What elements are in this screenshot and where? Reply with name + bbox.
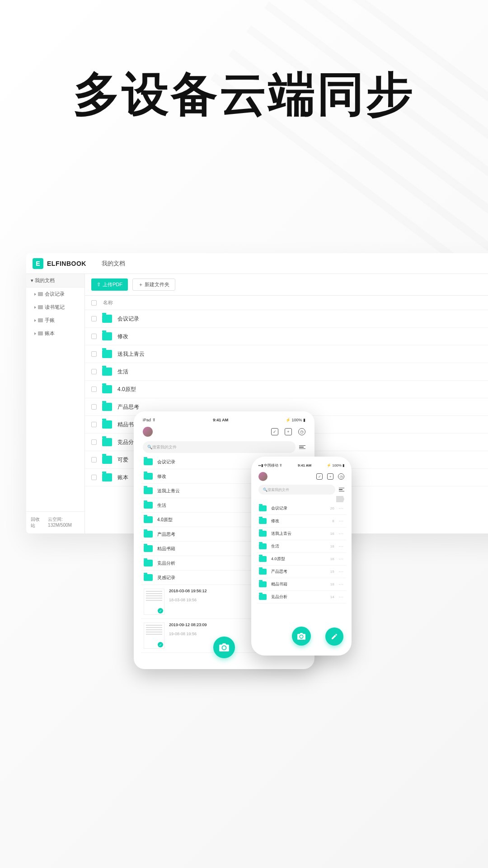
more-icon[interactable]: ··· (339, 582, 344, 587)
edit-fab[interactable] (325, 627, 343, 646)
add-icon[interactable]: + (327, 473, 333, 480)
folder-icon (102, 332, 112, 340)
check-icon[interactable]: ✓ (316, 473, 323, 480)
menu-icon[interactable] (299, 445, 305, 449)
list-item[interactable]: 产品思考15··· (257, 566, 346, 578)
list-item[interactable]: 竞品分析14··· (257, 591, 346, 604)
sidebar-item[interactable]: 手账 (26, 314, 84, 327)
row-checkbox[interactable] (91, 439, 97, 445)
sidebar-item[interactable]: 读书笔记 (26, 301, 84, 314)
document-thumbnail-icon (144, 589, 164, 615)
sidebar-item[interactable]: 会议记录 (26, 288, 84, 301)
search-input[interactable]: 🔍 搜索我的文件 (143, 441, 296, 453)
list-item[interactable]: 送我上青云16··· (257, 528, 346, 540)
folder-name: 可爱 (117, 456, 128, 464)
table-row[interactable]: 生活2019-8-23 12:01:23 (85, 363, 488, 381)
check-icon[interactable]: ✓ (271, 428, 278, 435)
add-icon[interactable]: + (285, 428, 292, 435)
folder-icon (102, 438, 112, 446)
folder-name: 修改 (271, 518, 279, 524)
row-checkbox[interactable] (91, 387, 97, 392)
row-checkbox[interactable] (91, 404, 97, 410)
document-title: 2019-09-12 08:23:09 (169, 623, 207, 627)
more-icon[interactable]: ··· (339, 594, 344, 599)
app-titlebar: E ELFINBOOK 我的文档 (26, 253, 488, 274)
select-all-checkbox[interactable] (91, 300, 97, 306)
table-row[interactable]: 送我上青云2019-8-23 12:01:23 (85, 345, 488, 363)
folder-icon (38, 318, 43, 322)
item-count: 8 (332, 519, 334, 523)
folder-icon (259, 518, 267, 524)
brand-logo-icon: E (33, 258, 43, 269)
trash-link[interactable]: 回收站 (31, 516, 42, 529)
folder-icon (144, 516, 153, 523)
sidebar-item[interactable]: 账本 (26, 327, 84, 340)
folder-name: 精品书籍 (157, 546, 175, 552)
document-thumbnail-icon (144, 623, 164, 649)
folder-icon (259, 594, 267, 600)
camera-fab[interactable] (292, 627, 311, 646)
document-subtitle: 18-03-08 19:56 (169, 598, 207, 602)
folder-icon (102, 473, 112, 481)
status-carrier: ▪▪▮ 中国移动 ⥣ (258, 463, 282, 468)
row-checkbox[interactable] (91, 351, 97, 357)
status-clock: 9:41 AM (298, 463, 311, 467)
clock-icon[interactable]: ◷ (298, 428, 305, 435)
list-item[interactable]: 修改8··· (257, 515, 346, 528)
row-checkbox[interactable] (91, 475, 97, 480)
folder-icon (144, 458, 153, 465)
folder-name: 竞品分析 (271, 594, 287, 600)
folder-icon (259, 581, 267, 587)
page-title: 多设备云端同步 (0, 63, 488, 127)
avatar[interactable] (258, 472, 267, 481)
item-count: 16 (330, 532, 334, 536)
folder-icon (102, 315, 112, 323)
item-count: 14 (330, 595, 334, 599)
folder-icon (259, 569, 267, 575)
row-checkbox[interactable] (91, 334, 97, 339)
list-item[interactable]: 生活18··· (257, 540, 346, 553)
list-item[interactable]: 会议记录20··· (257, 502, 346, 515)
more-icon[interactable]: ··· (339, 531, 344, 536)
tag-icon[interactable] (336, 496, 344, 502)
sidebar-root[interactable]: ▾ 我的文档 (26, 274, 84, 288)
folder-name: 生活 (157, 502, 166, 509)
section-title: 我的文档 (102, 259, 125, 268)
list-item[interactable]: 4.0原型16··· (257, 553, 346, 566)
item-count: 18 (330, 544, 334, 548)
search-input[interactable]: 🔍 搜索我的文件 (258, 485, 335, 495)
avatar[interactable] (143, 427, 153, 437)
folder-icon (102, 368, 112, 376)
folder-name: 精品书籍 (271, 581, 287, 587)
more-icon[interactable]: ··· (339, 506, 344, 511)
folder-name: 会议记录 (271, 505, 287, 511)
folder-name: 会议记录 (117, 315, 139, 323)
row-checkbox[interactable] (91, 422, 97, 427)
menu-icon[interactable] (339, 488, 344, 492)
status-clock: 9:41 AM (213, 418, 228, 422)
camera-fab[interactable] (213, 637, 235, 658)
more-icon[interactable]: ··· (339, 557, 344, 561)
table-row[interactable]: 修改2019-8-23 12:01:23 (85, 328, 488, 345)
folder-icon (102, 420, 112, 429)
row-checkbox[interactable] (91, 316, 97, 321)
folder-icon (102, 385, 112, 393)
new-folder-button[interactable]: ＋ 新建文件夹 (132, 278, 175, 291)
more-icon[interactable]: ··· (339, 519, 344, 524)
table-row[interactable]: 会议记录2019-8-23 12:01:23 (85, 310, 488, 328)
chevron-right-icon (34, 332, 36, 335)
upload-pdf-button[interactable]: ⇧ 上传PDF (91, 278, 128, 291)
item-count: 16 (330, 557, 334, 561)
status-battery: ⚡ 100% ▮ (327, 463, 344, 467)
status-battery: ⚡ 100% ▮ (286, 418, 305, 422)
more-icon[interactable]: ··· (339, 544, 344, 549)
chevron-right-icon (34, 319, 36, 322)
sidebar: ▾ 我的文档 会议记录 读书笔记 手账 账本 回收站 云空间: 132M/500… (26, 274, 85, 533)
more-icon[interactable]: ··· (339, 569, 344, 574)
row-checkbox[interactable] (91, 457, 97, 462)
column-name: 名称 (103, 299, 113, 306)
table-row[interactable]: 4.0原型2019-8-23 12:01:23 (85, 381, 488, 398)
row-checkbox[interactable] (91, 369, 97, 374)
list-item[interactable]: 精品书籍18··· (257, 578, 346, 591)
clock-icon[interactable]: ◷ (338, 473, 344, 480)
